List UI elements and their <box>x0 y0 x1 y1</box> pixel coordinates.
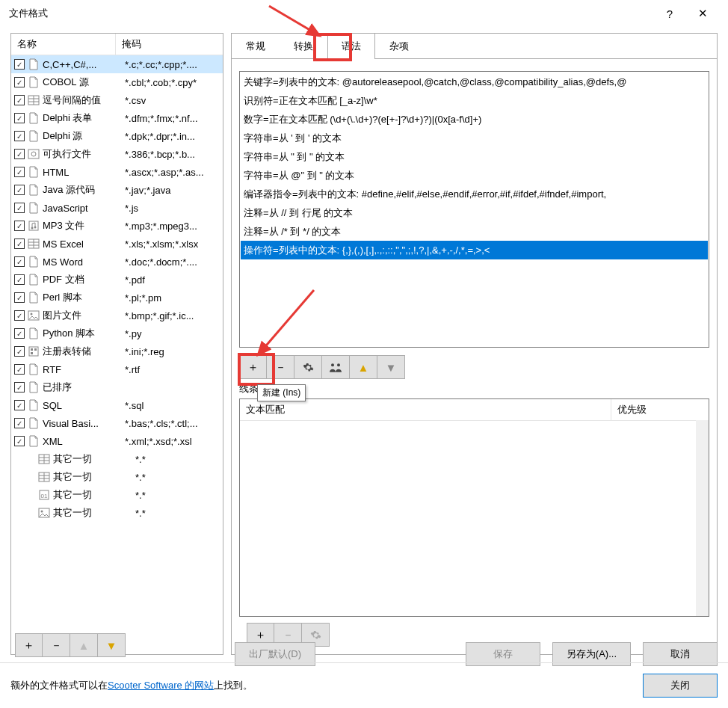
format-checkbox[interactable] <box>14 346 25 357</box>
format-row-0[interactable]: C,C++,C#,...*.c;*.cc;*.cpp;*.... <box>11 55 223 73</box>
format-row-15[interactable]: Python 脚本*.py <box>11 324 223 342</box>
format-checkbox[interactable] <box>14 113 25 123</box>
tab-1[interactable]: 转换 <box>280 33 327 59</box>
format-row-2[interactable]: 逗号间隔的值*.csv <box>11 91 223 109</box>
syntax-rules-list[interactable]: 关键字=列表中的文本: @autoreleasepool,@catch,@cla… <box>239 71 709 348</box>
svg-point-32 <box>337 363 340 366</box>
svg-point-7 <box>31 227 34 230</box>
format-checkbox[interactable] <box>14 274 25 285</box>
col-name-header[interactable]: 名称 <box>11 34 116 55</box>
format-checkbox[interactable] <box>14 167 25 177</box>
format-row-4[interactable]: Delphi 源*.dpk;*.dpr;*.in... <box>11 127 223 145</box>
svg-rect-6 <box>29 221 38 230</box>
format-row-24[interactable]: 01其它一切*.* <box>11 486 223 504</box>
file-type-icon <box>28 435 40 447</box>
format-name: MS Excel <box>43 238 122 250</box>
file-type-icon <box>28 399 40 411</box>
format-mask: *.doc;*.docm;*.... <box>122 256 220 268</box>
format-checkbox[interactable] <box>14 400 25 410</box>
format-checkbox[interactable] <box>14 131 25 141</box>
format-row-17[interactable]: RTF*.rtf <box>11 360 223 378</box>
svg-rect-17 <box>34 348 37 351</box>
format-mask: *.bas;*.cls;*.ctl;... <box>122 418 220 429</box>
format-row-9[interactable]: MP3 文件*.mp3;*.mpeg3... <box>11 217 223 235</box>
col-mask-header[interactable]: 掩码 <box>116 34 223 55</box>
syntax-rule-3[interactable]: 字符串=从 ' 到 ' 的文本 <box>241 129 708 147</box>
svg-text:01: 01 <box>41 493 48 499</box>
format-row-22[interactable]: 其它一切*.* <box>11 450 223 468</box>
file-type-icon <box>28 238 40 250</box>
format-row-12[interactable]: PDF 文档*.pdf <box>11 271 223 289</box>
format-row-6[interactable]: HTML*.ascx;*.asp;*.as... <box>11 163 223 181</box>
syntax-rule-4[interactable]: 字符串=从 " 到 " 的文本 <box>241 147 708 166</box>
scrollbar[interactable] <box>696 420 709 616</box>
format-row-8[interactable]: JavaScript*.js <box>11 199 223 217</box>
close-dialog-button[interactable]: 关闭 <box>643 674 718 698</box>
remove-rule-button[interactable]: － <box>267 355 294 379</box>
format-checkbox[interactable] <box>14 382 25 393</box>
format-checkbox[interactable] <box>14 436 25 446</box>
syntax-rule-9[interactable]: 操作符=列表中的文本: {,},(,),[,],.,:,::,",",;,!,?… <box>241 241 708 259</box>
format-checkbox[interactable] <box>14 203 25 213</box>
move-up-button[interactable]: ▲ <box>350 355 377 379</box>
format-checkbox[interactable] <box>14 185 25 195</box>
footer-link[interactable]: Scooter Software 的网站 <box>108 679 214 692</box>
format-name: 其它一切 <box>53 452 132 466</box>
format-checkbox[interactable] <box>14 221 25 231</box>
move-down-button[interactable]: ▼ <box>377 355 405 379</box>
format-checkbox[interactable] <box>14 149 25 159</box>
format-row-3[interactable]: Delphi 表单*.dfm;*.fmx;*.nf... <box>11 109 223 127</box>
format-name: 其它一切 <box>53 488 132 502</box>
format-mask: *.xml;*.xsd;*.xsl <box>122 436 220 447</box>
syntax-rule-2[interactable]: 数字=正在文本匹配 (\d+(\.\d+)?(e[+-]?\d+)?)|(0x[… <box>241 110 708 129</box>
format-mask: *.dfm;*.fmx;*.nf... <box>122 113 220 124</box>
format-checkbox[interactable] <box>14 310 25 321</box>
format-row-19[interactable]: SQL*.sql <box>11 396 223 414</box>
format-row-11[interactable]: MS Word*.doc;*.docm;*.... <box>11 253 223 271</box>
format-checkbox[interactable] <box>14 95 25 105</box>
format-checkbox[interactable] <box>14 418 25 428</box>
format-row-1[interactable]: COBOL 源*.cbl;*.cob;*.cpy* <box>11 73 223 91</box>
format-checkbox[interactable] <box>14 328 25 339</box>
format-row-13[interactable]: Perl 脚本*.pl;*.pm <box>11 289 223 307</box>
format-checkbox[interactable] <box>14 256 25 267</box>
syntax-rule-6[interactable]: 编译器指令=列表中的文本: #define,#elif,#else,#endif… <box>241 185 708 203</box>
format-row-7[interactable]: Java 源代码*.jav;*.java <box>11 181 223 199</box>
format-row-20[interactable]: Visual Basi...*.bas;*.cls;*.ctl;... <box>11 414 223 432</box>
format-row-21[interactable]: XML*.xml;*.xsd;*.xsl <box>11 432 223 450</box>
col-text-match[interactable]: 文本匹配 <box>240 399 611 420</box>
syntax-rule-0[interactable]: 关键字=列表中的文本: @autoreleasepool,@catch,@cla… <box>241 73 708 91</box>
format-row-10[interactable]: MS Excel*.xls;*.xlsm;*.xlsx <box>11 235 223 253</box>
syntax-rule-1[interactable]: 识别符=正在文本匹配 [_a-z]\w* <box>241 91 708 110</box>
add-rule-button[interactable]: ＋ <box>239 355 267 379</box>
line-weight-grid[interactable]: 文本匹配 优先级 <box>239 398 709 617</box>
tab-0[interactable]: 常规 <box>232 33 280 59</box>
format-name: RTF <box>43 364 122 375</box>
format-name: 已排序 <box>43 381 122 394</box>
format-row-5[interactable]: 可执行文件*.386;*.bcp;*.b... <box>11 145 223 163</box>
help-button[interactable]: ? <box>653 2 686 25</box>
file-type-icon <box>28 345 40 357</box>
settings-button[interactable] <box>294 355 322 379</box>
syntax-rule-5[interactable]: 字符串=从 @" 到 " 的文本 <box>241 166 708 185</box>
format-name: Perl 脚本 <box>43 291 122 304</box>
format-checkbox[interactable] <box>14 77 25 87</box>
format-checkbox[interactable] <box>14 59 25 70</box>
format-checkbox[interactable] <box>14 292 25 303</box>
file-formats-list: 名称 掩码 C,C++,C#,...*.c;*.cc;*.cpp;*....CO… <box>10 33 223 655</box>
format-checkbox[interactable] <box>14 364 25 375</box>
close-button[interactable]: ✕ <box>686 2 719 25</box>
format-row-25[interactable]: 其它一切*.* <box>11 504 223 522</box>
format-row-14[interactable]: 图片文件*.bmp;*.gif;*.ic... <box>11 307 223 324</box>
tooltip-new: 新建 (Ins) <box>257 384 306 401</box>
format-row-16[interactable]: 注册表转储*.ini;*.reg <box>11 342 223 360</box>
format-row-18[interactable]: 已排序 <box>11 378 223 396</box>
tab-3[interactable]: 杂项 <box>375 33 423 59</box>
format-checkbox[interactable] <box>14 238 25 249</box>
syntax-rule-7[interactable]: 注释=从 // 到 行尾 的文本 <box>241 203 708 222</box>
col-priority[interactable]: 优先级 <box>611 399 709 420</box>
syntax-rule-8[interactable]: 注释=从 /* 到 */ 的文本 <box>241 222 708 241</box>
format-row-23[interactable]: 其它一切*.* <box>11 468 223 486</box>
share-button[interactable] <box>322 355 350 379</box>
tab-2[interactable]: 语法 <box>327 33 375 59</box>
